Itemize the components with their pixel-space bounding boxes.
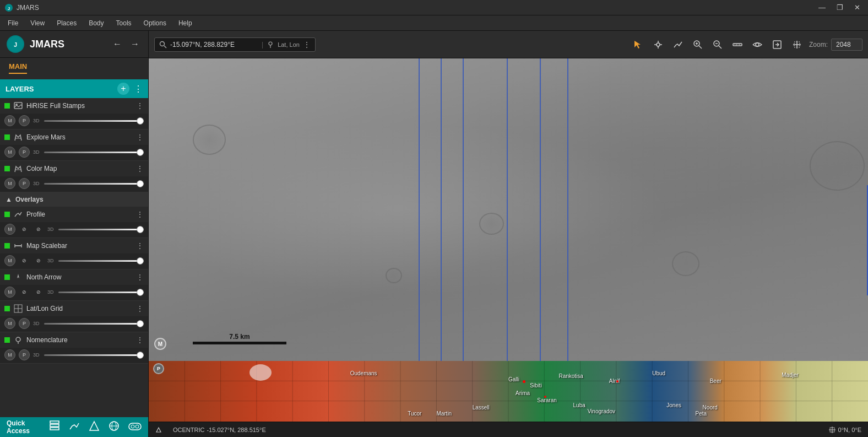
- layer-explore-m-badge[interactable]: M: [4, 147, 15, 158]
- menu-tools[interactable]: Tools: [111, 18, 137, 29]
- qa-globe-icon[interactable]: [109, 420, 120, 434]
- hirise-line-6: [567, 58, 568, 361]
- qa-shape-icon[interactable]: [89, 420, 100, 434]
- overlay-profile-m-badge[interactable]: M: [4, 224, 15, 235]
- overlay-scalebar-menu[interactable]: ⋮: [136, 241, 144, 250]
- export-tool[interactable]: [769, 37, 785, 52]
- menubar: File View Places Body Tools Options Help: [0, 15, 868, 31]
- back-button[interactable]: ←: [111, 38, 124, 50]
- layer-explore-opacity[interactable]: [44, 152, 144, 153]
- minimize-btn[interactable]: —: [815, 3, 829, 12]
- map-main[interactable]: 7.5 km M: [149, 58, 868, 361]
- overlay-latlon-row[interactable]: Lat/Lon Grid ⋮: [0, 301, 148, 316]
- overlay-latlon-p-badge[interactable]: P: [19, 318, 30, 329]
- nav-buttons[interactable]: ← →: [111, 38, 142, 50]
- overlay-north-menu[interactable]: ⋮: [136, 273, 144, 282]
- layer-hirise-menu[interactable]: ⋮: [136, 101, 144, 110]
- measure-tool[interactable]: [730, 37, 745, 52]
- overlay-profile-menu[interactable]: ⋮: [136, 210, 144, 219]
- label-peta: Peta: [696, 411, 707, 417]
- map-container[interactable]: 7.5 km M P: [149, 58, 868, 422]
- zoom-select[interactable]: 128 256 512 1024 2048 4096: [831, 39, 862, 51]
- overlay-north-m-badge[interactable]: M: [4, 287, 15, 298]
- menu-file[interactable]: File: [2, 18, 24, 29]
- search-more-btn[interactable]: ⋮: [303, 40, 311, 49]
- overlay-north-visible[interactable]: [4, 274, 10, 280]
- titlebar-controls[interactable]: — ❐ ✕: [815, 3, 864, 12]
- layer-color-p-badge[interactable]: P: [19, 178, 30, 189]
- overlay-profile-visible[interactable]: [4, 212, 10, 217]
- overlay-north-opacity[interactable]: [58, 292, 144, 293]
- sidebar-tab[interactable]: MAIN: [0, 58, 148, 79]
- layer-explore-visible[interactable]: [4, 134, 10, 140]
- forward-button[interactable]: →: [128, 38, 142, 50]
- overlay-scalebar-visible[interactable]: [4, 243, 10, 249]
- overlay-profile-opacity[interactable]: [58, 229, 144, 230]
- layer-hirise-row[interactable]: HiRISE Full Stamps ⋮: [0, 98, 148, 114]
- overlays-title: Overlays: [15, 196, 44, 203]
- menu-options[interactable]: Options: [138, 18, 172, 29]
- layer-color-m-badge[interactable]: M: [4, 178, 15, 189]
- overlay-scalebar-opacity[interactable]: [58, 260, 144, 262]
- overlay-north-controls: M ⊘ ⊘ 3D: [0, 285, 148, 300]
- overlay-latlon-visible[interactable]: [4, 306, 10, 311]
- layers-menu-dots[interactable]: ⋮: [134, 84, 143, 94]
- layer-color-opacity[interactable]: [44, 183, 144, 185]
- overlay-nomenclature-visible[interactable]: [4, 337, 10, 343]
- zoom-out-tool[interactable]: [710, 37, 725, 52]
- zoom-in-tool[interactable]: [690, 37, 706, 52]
- crater-2: [479, 213, 504, 235]
- overlay-nomenclature-row[interactable]: Nomenclature ⋮: [0, 332, 148, 348]
- layer-explore-p-badge[interactable]: P: [19, 147, 30, 158]
- overlay-scalebar-row[interactable]: Map Scalebar ⋮: [0, 238, 148, 253]
- overlay-north-arrow-row[interactable]: North Arrow ⋮: [0, 269, 148, 285]
- label-oudemans: Oudemans: [350, 370, 377, 376]
- scale-label: 7.5 km: [193, 333, 286, 341]
- overlay-north-name: North Arrow: [26, 273, 133, 281]
- menu-places[interactable]: Places: [51, 18, 82, 29]
- hirise-line-4: [507, 58, 508, 361]
- search-box[interactable]: | Lat, Lon ⋮: [154, 37, 316, 52]
- layer-color-visible[interactable]: [4, 166, 10, 171]
- overlays-header[interactable]: ▲ Overlays: [0, 192, 148, 207]
- layer-explore-mars-row[interactable]: Explore Mars ⋮: [0, 130, 148, 145]
- maximize-btn[interactable]: ❐: [833, 3, 847, 12]
- crosshair-tool[interactable]: [789, 37, 805, 52]
- svg-marker-30: [634, 41, 641, 48]
- mini-map[interactable]: P: [149, 361, 868, 422]
- search-input[interactable]: [170, 41, 258, 48]
- main-tab[interactable]: MAIN: [9, 62, 27, 74]
- qa-chart-icon[interactable]: [69, 420, 80, 434]
- layer-hirise-p-badge[interactable]: P: [19, 115, 30, 126]
- overlay-latlon-m-badge[interactable]: M: [4, 318, 15, 329]
- menu-help[interactable]: Help: [173, 18, 198, 29]
- cursor-tool[interactable]: [631, 37, 646, 52]
- profile-tool[interactable]: [670, 37, 686, 52]
- overlay-nomenclature-opacity[interactable]: [44, 354, 144, 356]
- layer-explore-menu[interactable]: ⋮: [136, 133, 144, 142]
- overlay-latlon-menu[interactable]: ⋮: [136, 304, 144, 313]
- overlay-nomenclature-m-badge[interactable]: M: [4, 349, 15, 360]
- overlay-profile-row[interactable]: Profile ⋮: [0, 207, 148, 222]
- layer-color-map-row[interactable]: Color Map ⋮: [0, 161, 148, 176]
- overlay-nomenclature-p-badge[interactable]: P: [19, 349, 30, 360]
- crosshair-status-icon: [828, 426, 836, 434]
- overlay-scalebar-m-badge[interactable]: M: [4, 255, 15, 266]
- qa-layers-icon[interactable]: [49, 420, 60, 434]
- layer-hirise-opacity[interactable]: [44, 120, 144, 122]
- status-center-coords: 0°N, 0°E: [828, 426, 861, 434]
- eye-tool[interactable]: [750, 37, 765, 52]
- overlay-nomenclature-menu[interactable]: ⋮: [136, 336, 144, 344]
- menu-view[interactable]: View: [25, 18, 50, 29]
- status-bar: OCENTRIC -15.027°N, 288.515°E 0°N, 0°E: [149, 422, 868, 437]
- layer-color-menu[interactable]: ⋮: [136, 164, 144, 173]
- map-m-badge: M: [154, 338, 166, 350]
- close-btn[interactable]: ✕: [851, 3, 864, 12]
- qa-vr-icon[interactable]: [128, 420, 142, 434]
- add-layer-button[interactable]: +: [117, 83, 129, 95]
- layer-hirise-m-badge[interactable]: M: [4, 115, 15, 126]
- menu-body[interactable]: Body: [83, 18, 109, 29]
- layer-hirise-visible[interactable]: [4, 103, 10, 109]
- overlay-latlon-opacity[interactable]: [44, 323, 144, 325]
- pan-tool[interactable]: [650, 37, 666, 52]
